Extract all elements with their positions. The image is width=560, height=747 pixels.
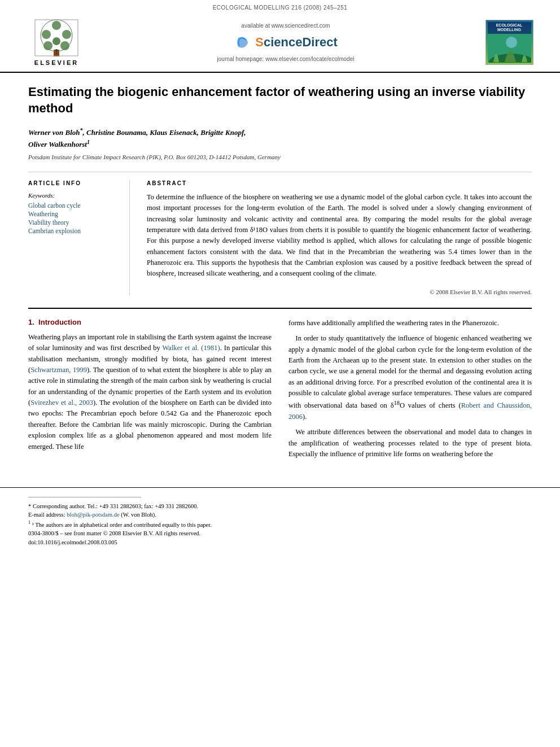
svg-point-2 [52, 21, 61, 30]
footer-text: * Corresponding author. Tel.: +49 331 28… [28, 502, 532, 547]
corresponding-author: * Corresponding author. Tel.: +49 331 28… [28, 502, 532, 511]
intro-para-1: Weathering plays an important role in st… [28, 332, 272, 452]
email-line: E-mail address: bloh@pik-potsdam.de (W. … [28, 510, 532, 519]
svg-point-7 [53, 37, 60, 45]
keyword-global-carbon[interactable]: Global carbon cycle [28, 202, 120, 209]
author-names-2: Oliver Walkenhorst1 [28, 140, 90, 148]
footnote1: 1 ¹ The authors are in alphabetical orde… [28, 519, 532, 529]
journal-homepage: journal homepage: www.elsevier.com/locat… [102, 56, 470, 62]
journal-header: ECOLOGICAL MODELLING 216 (2008) 245–251 [0, 0, 560, 13]
right-para-3: We attribute differences between the obs… [288, 427, 532, 460]
authors: Werner von Bloh*, Christine Bounama, Kla… [28, 125, 532, 150]
ref-robert[interactable]: Robert and Chaussidon, 2006 [288, 402, 532, 421]
article-info-label: ARTICLE INFO [28, 180, 120, 186]
author-names: Werner von Bloh*, Christine Bounama, Kla… [28, 128, 246, 137]
main-content: Estimating the biogenic enhancement fact… [0, 73, 560, 476]
abstract-label: ABSTRACT [147, 180, 532, 186]
svg-point-5 [43, 41, 53, 50]
elsevier-tree-icon [34, 19, 79, 58]
abstract-copyright: © 2008 Elsevier B.V. All rights reserved… [147, 285, 532, 295]
section-title-text: Introduction [38, 318, 81, 326]
ref-svirezhev[interactable]: Svirezhev et al., 2003 [30, 399, 93, 407]
svg-point-13 [506, 37, 517, 48]
right-para-1: forms have additionally amplified the we… [288, 318, 532, 329]
article-title: Estimating the biogenic enhancement fact… [28, 84, 532, 116]
copyright-line: 0304-3800/$ – see front matter © 2008 El… [28, 529, 532, 538]
email-link[interactable]: bloh@pik-potsdam.de [67, 512, 119, 518]
intro-section-title: 1. Introduction [28, 318, 272, 326]
email-suffix: (W. von Bloh). [121, 512, 156, 518]
keyword-cambrian[interactable]: Cambrian explosion [28, 228, 120, 234]
affiliation: Potsdam Institute for Climate Impact Res… [28, 154, 532, 160]
elsevier-logo: ELSEVIER [23, 19, 90, 66]
svg-point-6 [60, 41, 69, 50]
article-info-col: ARTICLE INFO Keywords: Global carbon cyc… [28, 180, 130, 295]
sciencedirect-logo: ScienceDirect [102, 33, 470, 51]
right-body-text: forms have additionally amplified the we… [288, 318, 532, 460]
page: ECOLOGICAL MODELLING 216 (2008) 245–251 [0, 0, 560, 747]
center-header: available at www.sciencedirect.com Scien… [90, 23, 481, 62]
keyword-weathering[interactable]: Weathering [28, 211, 120, 217]
article-info-abstract: ARTICLE INFO Keywords: Global carbon cyc… [28, 172, 532, 295]
keyword-viability[interactable]: Viability theory [28, 219, 120, 226]
sciencedirect-text: ScienceDirect [255, 35, 338, 50]
abstract-text: To determine the influence of the biosph… [147, 192, 532, 279]
footer-section: * Corresponding author. Tel.: +49 331 28… [0, 487, 560, 547]
elsevier-text: ELSEVIER [34, 59, 78, 66]
abstract-col: ABSTRACT To determine the influence of t… [147, 180, 532, 295]
svg-point-3 [42, 30, 51, 39]
body-left-col: 1. Introduction Weathering plays an impo… [28, 318, 272, 465]
svg-point-9 [55, 49, 58, 51]
available-text: available at www.sciencedirect.com [102, 23, 470, 29]
sciencedirect-icon [234, 33, 252, 51]
journal-citation: ECOLOGICAL MODELLING 216 (2008) 245–251 [213, 5, 348, 11]
header-logos: ELSEVIER available at www.sciencedirect.… [0, 13, 560, 73]
svg-point-4 [62, 30, 71, 39]
ref-schwartzman[interactable]: Schwartzman, 1999 [30, 366, 87, 374]
right-para-2: In order to study quantitatively the inf… [288, 333, 532, 422]
doi: doi:10.1016/j.ecolmodel.2008.03.005 [28, 538, 532, 547]
keywords-list: Global carbon cycle Weathering Viability… [28, 202, 120, 234]
body-right-col: forms have additionally amplified the we… [288, 318, 532, 465]
footer-divider [28, 497, 141, 497]
journal-cover: ECOLOGICALMODELLING [481, 20, 537, 65]
email-label: E-mail address: [28, 512, 65, 518]
body-two-col: 1. Introduction Weathering plays an impo… [28, 318, 532, 465]
intro-body-text: Weathering plays an important role in st… [28, 332, 272, 452]
keywords-label: Keywords: [28, 192, 120, 199]
ref-walker[interactable]: Walker et al. (1981) [163, 344, 220, 352]
section-number: 1. [28, 318, 34, 326]
cover-image: ECOLOGICALMODELLING [485, 20, 533, 65]
body-section: 1. Introduction Weathering plays an impo… [28, 308, 532, 465]
